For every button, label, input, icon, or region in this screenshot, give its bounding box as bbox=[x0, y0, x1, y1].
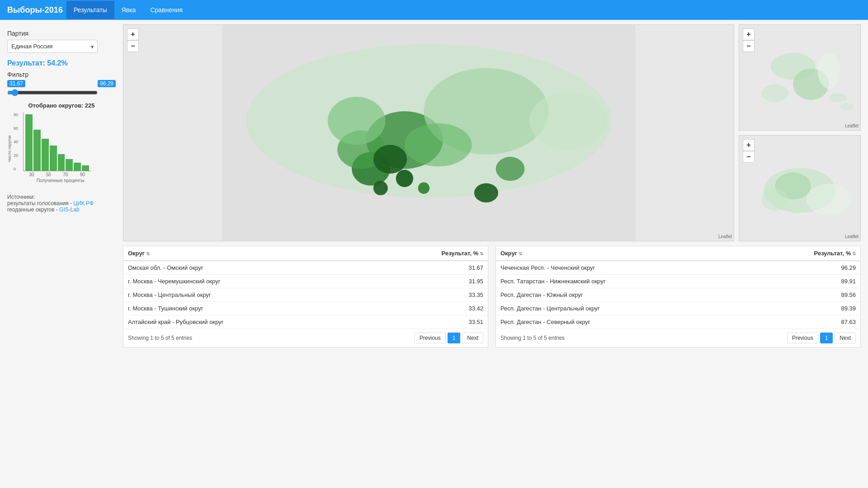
svg-point-6 bbox=[474, 183, 498, 202]
histogram-bar bbox=[42, 139, 49, 171]
tables-section: Округ Результат, % Омская обл. - Омский … bbox=[123, 246, 861, 347]
zoom-in-button[interactable]: + bbox=[127, 28, 139, 40]
table-row: Респ. Дагестан - Северный округ 87.63 bbox=[496, 315, 860, 329]
result-cell: 33.51 bbox=[368, 315, 488, 329]
district-cell: Респ. Дагестан - Центральный округ bbox=[496, 302, 748, 315]
zoom-out-button[interactable]: − bbox=[127, 40, 139, 52]
table-row: Респ. Татарстан - Нижнекамский округ 89.… bbox=[496, 275, 860, 288]
side-zoom-in-top[interactable]: + bbox=[743, 28, 755, 40]
result-cell: 89.39 bbox=[748, 302, 860, 315]
left-prev-button[interactable]: Previous bbox=[415, 333, 446, 343]
right-next-button[interactable]: Next bbox=[835, 333, 856, 343]
result-cell: 33.42 bbox=[368, 302, 488, 315]
filter-slider-min[interactable] bbox=[7, 89, 98, 96]
sources-geo-text: геоданные округов - bbox=[7, 206, 58, 213]
right-prev-button[interactable]: Previous bbox=[787, 333, 818, 343]
histogram-y-label: Число округов bbox=[7, 126, 12, 171]
svg-point-19 bbox=[818, 53, 840, 89]
side-map-bottom[interactable]: + − Leaflet bbox=[739, 135, 861, 241]
nav-turnout[interactable]: Явка bbox=[114, 1, 143, 19]
nav-results[interactable]: Результаты bbox=[66, 1, 114, 19]
nav-compare[interactable]: Сравнения bbox=[143, 1, 190, 19]
right-col-district[interactable]: Округ bbox=[496, 246, 748, 261]
leaflet-credit-top: Leaflet bbox=[845, 123, 859, 128]
main-nav: Результаты Явка Сравнения bbox=[66, 1, 190, 19]
histogram-bar bbox=[82, 165, 89, 171]
result-cell: 89.56 bbox=[748, 288, 860, 302]
filter-min: 31.67 bbox=[7, 80, 25, 87]
side-zoom-out-bottom[interactable]: − bbox=[743, 151, 755, 163]
left-pagination: Showing 1 to 5 of 5 entries Previous 1 N… bbox=[123, 329, 488, 347]
histogram-bar bbox=[33, 130, 41, 171]
maps-row: + − bbox=[123, 24, 861, 241]
svg-point-7 bbox=[496, 157, 525, 181]
right-pagination-controls: Previous 1 Next bbox=[787, 333, 856, 343]
sources-votes-text: результаты голосования - bbox=[7, 200, 72, 206]
svg-point-21 bbox=[840, 103, 854, 110]
sources-votes-row: результаты голосования - ЦИК РФ bbox=[7, 200, 116, 206]
svg-point-26 bbox=[762, 188, 789, 211]
table-row: Респ. Дагестан - Центральный округ 89.39 bbox=[496, 302, 860, 315]
center-area: + − bbox=[123, 24, 861, 347]
histogram-bar bbox=[25, 114, 33, 171]
histogram-bar bbox=[58, 154, 65, 171]
side-maps: + − Leaflet bbox=[739, 24, 861, 241]
right-data-table: Округ Результат, % Чеченская Респ. - Чеч… bbox=[496, 246, 860, 329]
svg-point-5 bbox=[373, 145, 407, 174]
histogram-bar bbox=[66, 159, 73, 171]
histogram-bar bbox=[74, 163, 81, 171]
side-map-top-svg bbox=[739, 25, 860, 130]
main-map[interactable]: + − bbox=[123, 24, 734, 241]
left-page-1[interactable]: 1 bbox=[448, 333, 461, 343]
table-row: г. Москва - Черемушкинский округ 31.95 bbox=[123, 275, 488, 288]
party-select[interactable]: Единая Россия КПРФ ЛДПР Справедливая Рос… bbox=[7, 40, 98, 53]
left-col-result[interactable]: Результат, % bbox=[368, 246, 488, 261]
party-label: Партия bbox=[7, 30, 116, 37]
table-row: г. Москва - Тушинский округ 33.42 bbox=[123, 302, 488, 315]
sources-votes-link[interactable]: ЦИК РФ bbox=[73, 200, 94, 206]
result-cell: 87.63 bbox=[748, 315, 860, 329]
right-col-result[interactable]: Результат, % bbox=[748, 246, 860, 261]
site-title: Выборы-2016 bbox=[7, 5, 63, 15]
svg-point-12 bbox=[396, 170, 413, 187]
svg-point-20 bbox=[829, 93, 847, 102]
side-zoom-out-top[interactable]: − bbox=[743, 40, 755, 52]
result-cell: 89.91 bbox=[748, 275, 860, 288]
histogram-y-ticks: 80 60 40 20 0 bbox=[14, 113, 18, 171]
result-cell: 96.29 bbox=[748, 261, 860, 275]
district-cell: г. Москва - Тушинский округ bbox=[123, 302, 368, 315]
svg-point-9 bbox=[529, 92, 606, 150]
filter-range-row: 31.67 96.29 bbox=[7, 80, 116, 87]
slider-container[interactable] bbox=[7, 89, 98, 98]
histogram: Число округов 80 60 40 20 0 30 50 70 90 … bbox=[7, 113, 98, 185]
histogram-x-title: Полученные проценты bbox=[23, 178, 98, 183]
main-container: Партия Единая Россия КПРФ ЛДПР Справедли… bbox=[0, 20, 868, 352]
left-next-button[interactable]: Next bbox=[462, 333, 483, 343]
right-showing: Showing 1 to 5 of 5 entries bbox=[500, 335, 565, 341]
result-cell: 31.95 bbox=[368, 275, 488, 288]
side-map-bottom-controls: + − bbox=[743, 139, 755, 163]
histogram-x-labels: 30 50 70 90 bbox=[23, 172, 91, 177]
side-zoom-in-bottom[interactable]: + bbox=[743, 139, 755, 151]
selected-count: Отобрано округов: 225 bbox=[7, 102, 116, 109]
right-table: Округ Результат, % Чеченская Респ. - Чеч… bbox=[495, 246, 861, 347]
result-value: Результат: 54.2% bbox=[7, 59, 116, 67]
right-page-1[interactable]: 1 bbox=[820, 333, 833, 343]
left-col-district[interactable]: Округ bbox=[123, 246, 368, 261]
svg-point-10 bbox=[328, 97, 385, 145]
table-row: г. Москва - Центральный округ 33.35 bbox=[123, 288, 488, 302]
side-map-top[interactable]: + − Leaflet bbox=[739, 24, 861, 131]
party-select-wrapper: Единая Россия КПРФ ЛДПР Справедливая Рос… bbox=[7, 40, 98, 53]
side-map-top-controls: + − bbox=[743, 28, 755, 52]
svg-point-13 bbox=[418, 182, 429, 193]
table-row: Алтайский край - Рубцовский округ 33.51 bbox=[123, 315, 488, 329]
district-cell: Респ. Дагестан - Южный округ bbox=[496, 288, 748, 302]
sources-geo-link[interactable]: GIS-Lab bbox=[59, 206, 80, 213]
district-cell: Респ. Татарстан - Нижнекамский округ bbox=[496, 275, 748, 288]
district-cell: Чеченская Респ. - Чеченский округ bbox=[496, 261, 748, 275]
table-row: Омская обл. - Омский округ 31.67 bbox=[123, 261, 488, 275]
left-data-table: Округ Результат, % Омская обл. - Омский … bbox=[123, 246, 488, 329]
histogram-bar bbox=[50, 145, 57, 171]
left-table: Округ Результат, % Омская обл. - Омский … bbox=[123, 246, 488, 347]
main-map-controls: + − bbox=[127, 28, 139, 52]
